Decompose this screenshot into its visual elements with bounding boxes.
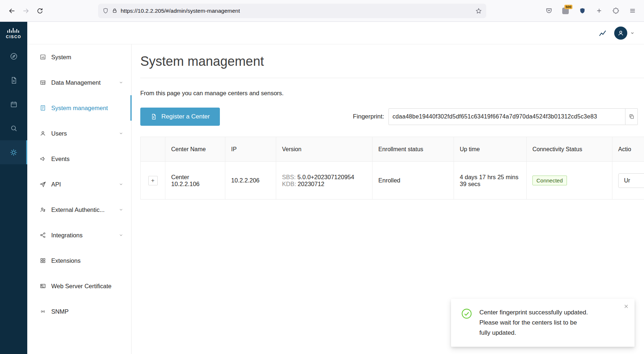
sidebar-item-label: System: [51, 54, 71, 61]
search-icon: [10, 124, 18, 132]
header-expand: [141, 137, 165, 162]
browser-toolbar: https://10.2.2.205/#/admin/system-manage…: [0, 0, 644, 22]
row-action-button[interactable]: Ur: [618, 173, 644, 188]
extension-counter-icon[interactable]: 500: [559, 4, 572, 17]
sidebar-item-label: Integrations: [51, 232, 82, 239]
cell-connectivity-status: Connected: [527, 162, 612, 200]
fingerprint-label: Fingerprint:: [353, 113, 384, 120]
system-management-icon: [40, 105, 46, 111]
extension-badge: 500: [564, 5, 572, 9]
new-tab-tiles-icon[interactable]: [592, 4, 605, 17]
copy-fingerprint-button[interactable]: [625, 108, 638, 125]
back-button[interactable]: [5, 4, 19, 18]
toast-notification: Center fingerprint successfully updated.…: [451, 299, 635, 347]
lock-icon[interactable]: [112, 8, 117, 13]
header-connectivity-status: Connectivity Status: [527, 137, 612, 162]
url-text[interactable]: https://10.2.2.205/#/admin/system-manage…: [121, 8, 240, 14]
sidebar-item-web-server-certificate[interactable]: Web Server Certificate: [27, 273, 131, 299]
chevron-down-icon: [119, 131, 123, 136]
chevron-down-icon: [630, 31, 635, 35]
sidebar-item-integrations[interactable]: Integrations: [27, 222, 131, 248]
sidebar-item-external-authentication[interactable]: External Authentic...: [27, 197, 131, 222]
sidebar-item-events[interactable]: Events: [27, 146, 131, 172]
sidebar-item-label: Users: [51, 130, 67, 137]
register-center-label: Register a Center: [161, 113, 210, 120]
calendar-icon: [10, 100, 18, 108]
integrations-share-icon: [40, 232, 46, 238]
fingerprint-input[interactable]: [389, 108, 625, 125]
password-manager-shield-icon[interactable]: [576, 4, 589, 17]
page-title: System management: [140, 54, 644, 69]
sidebar-item-api[interactable]: API: [27, 172, 131, 197]
external-auth-icon: [40, 206, 46, 213]
table-header-row: Center Name IP Version Enrollment status…: [141, 137, 644, 162]
gear-icon: [9, 148, 18, 157]
cell-actions: Ur: [612, 162, 644, 200]
header-center-name: Center Name: [165, 137, 225, 162]
cell-up-time: 4 days 17 hrs 25 mins 39 secs: [454, 162, 527, 200]
sidebar-item-system-management[interactable]: System management: [27, 95, 131, 121]
sidebar-item-snmp[interactable]: SNMP: [27, 299, 131, 324]
forward-button[interactable]: [19, 4, 33, 18]
kdb-label: KDB:: [282, 181, 296, 187]
success-check-icon: [461, 308, 472, 338]
extensions-puzzle-icon[interactable]: [609, 4, 622, 17]
rail-item-explore[interactable]: [0, 44, 27, 68]
sidebar-item-data-management[interactable]: Data Management: [27, 70, 131, 95]
chevron-down-icon: [119, 208, 123, 212]
toast-message: Center fingerprint successfully updated.…: [479, 307, 588, 338]
rail-item-search[interactable]: [0, 116, 27, 140]
certificate-card-icon: [40, 283, 46, 289]
rail-item-calendar[interactable]: [0, 92, 27, 116]
chevron-down-icon: [119, 80, 123, 85]
rail-item-admin[interactable]: [0, 140, 27, 164]
header-enrollment-status: Enrollment status: [373, 137, 454, 162]
sidebar-item-system[interactable]: System: [27, 44, 131, 70]
sidebar-item-label: Extensions: [51, 257, 81, 264]
fingerprint-group: Fingerprint:: [353, 108, 638, 125]
reload-button[interactable]: [33, 4, 47, 18]
cell-enrollment-status: Enrolled: [373, 162, 454, 200]
sidebar-item-label: External Authentic...: [51, 206, 105, 213]
copy-icon: [629, 114, 635, 120]
extensions-grid-icon: [40, 257, 46, 264]
sidebar-item-extensions[interactable]: Extensions: [27, 248, 131, 273]
kdb-value: 20230712: [298, 181, 324, 187]
user-menu[interactable]: [614, 27, 635, 40]
analytics-chart-icon[interactable]: [598, 29, 607, 37]
chevron-down-icon: [119, 182, 123, 186]
sbs-label: SBS:: [282, 174, 296, 180]
file-plus-icon: [150, 113, 157, 120]
header-ip: IP: [225, 137, 276, 162]
close-icon[interactable]: [624, 304, 629, 309]
sbs-value: 5.0.0+202307120954: [297, 174, 354, 180]
sidebar-item-users[interactable]: Users: [27, 121, 131, 146]
bookmark-star-icon[interactable]: [475, 8, 482, 14]
sidebar-item-label: Data Management: [51, 79, 101, 86]
tracking-shield-icon[interactable]: [102, 8, 109, 14]
system-icon: [40, 54, 46, 60]
sidebar-item-label: Web Server Certificate: [51, 283, 112, 290]
menu-hamburger-icon[interactable]: [626, 4, 639, 17]
page-description: From this page you can manage centers an…: [140, 90, 644, 97]
api-rocket-icon: [40, 181, 46, 188]
table-row: + Center 10.2.2.106 10.2.2.206 SBS: 5.0.…: [141, 162, 644, 200]
app-header: CISCO: [0, 22, 644, 44]
sidebar-item-label: System management: [51, 105, 108, 112]
cell-ip: 10.2.2.206: [225, 162, 276, 200]
divider: [140, 78, 644, 78]
data-management-icon: [40, 79, 46, 86]
pocket-icon[interactable]: [542, 4, 555, 17]
snmp-broadcast-icon: [40, 308, 46, 315]
register-center-button[interactable]: Register a Center: [140, 108, 220, 126]
sidebar-item-label: Events: [51, 156, 69, 162]
sidebar-item-label: SNMP: [51, 308, 69, 315]
admin-sidebar: System Data Management System management…: [27, 44, 132, 354]
expand-row-button[interactable]: +: [148, 176, 158, 185]
centers-table: Center Name IP Version Enrollment status…: [140, 137, 644, 200]
users-icon: [40, 130, 46, 137]
rail-item-reports[interactable]: [0, 68, 27, 92]
address-bar[interactable]: https://10.2.2.205/#/admin/system-manage…: [98, 4, 486, 18]
sidebar-item-label: API: [51, 181, 61, 188]
header-up-time: Up time: [454, 137, 527, 162]
